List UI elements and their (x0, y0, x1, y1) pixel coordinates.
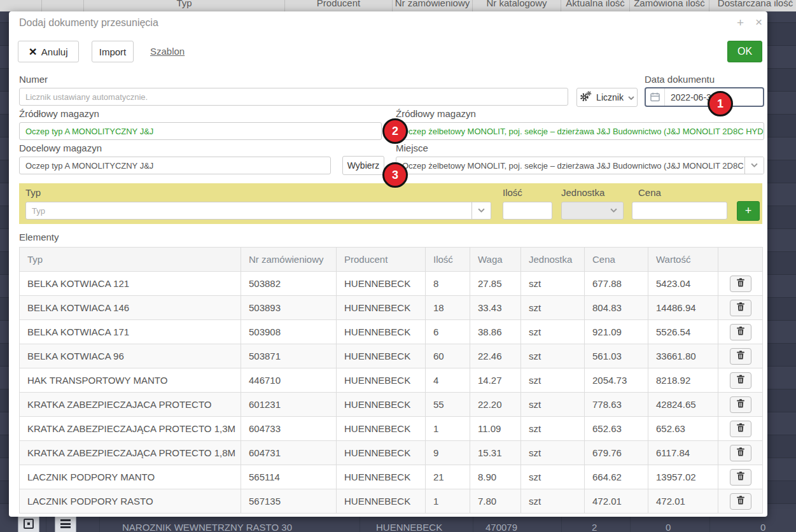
expand-icon[interactable]: + (737, 17, 744, 29)
cell-nr-zamowieniowy: 503908 (241, 320, 337, 344)
delete-row-button[interactable] (730, 469, 751, 486)
cell-jednostka: szt (521, 417, 585, 441)
licznik-button[interactable]: Licznik (576, 88, 638, 107)
delete-row-button[interactable] (730, 276, 751, 292)
col-typ: Typ (20, 248, 241, 272)
delete-row-button[interactable] (730, 493, 751, 510)
annotation-badge-1: 1 (708, 91, 733, 116)
bg-col-typ: Typ (84, 0, 285, 11)
cell-ilosc: 1 (426, 489, 470, 514)
cell-ilosc: 9 (426, 441, 470, 465)
cell-jednostka: szt (521, 465, 585, 489)
cell-nr-zamowieniowy: 565114 (241, 465, 337, 489)
trash-icon (737, 326, 744, 337)
cell-cena: 677.88 (585, 272, 648, 296)
cell-nr-zamowieniowy: 503893 (241, 296, 337, 320)
cell-producent: HUENNEBECK (337, 296, 426, 320)
bg-col-nr-zamowieniowy: Nr zamówieniowy (393, 0, 473, 11)
delete-row-button[interactable] (730, 396, 751, 413)
typ-label: Typ (25, 187, 41, 198)
cell-jednostka: szt (521, 489, 585, 514)
place-select[interactable]: Oczep żelbetowy MONOLIT, poj. sekcje – d… (396, 157, 764, 174)
cell-jednostka: szt (521, 368, 585, 393)
cell-typ: HAK TRANSPORTOWY MANTO (20, 368, 241, 393)
cell-ilosc: 8 (426, 272, 470, 296)
cell-typ: BELKA KOTWIACA 121 (20, 272, 241, 296)
add-element-button[interactable]: + (737, 201, 760, 221)
cell-wartosc: 652.63 (648, 417, 718, 441)
cell-producent: HUENNEBECK (337, 320, 426, 344)
numer-label: Numer (19, 74, 48, 85)
cell-waga: 33.43 (470, 296, 521, 320)
trash-icon (737, 278, 744, 289)
table-row: KRATKA ZABEZPIECZAJĄCA PROTECTO 1,3M 604… (20, 417, 763, 441)
cell-waga: 11.09 (470, 417, 521, 441)
delete-row-button[interactable] (730, 324, 751, 340)
cell-jednostka: szt (521, 344, 585, 368)
table-row: BELKA KOTWIACA 146 503893 HUENNEBECK 18 … (20, 296, 763, 320)
close-icon[interactable]: × (755, 16, 762, 28)
bg-col-empty1 (0, 0, 42, 11)
template-link[interactable]: Szablon (150, 46, 185, 57)
cell-jednostka: szt (521, 296, 585, 320)
cell-jednostka: szt (521, 441, 585, 465)
ilosc-input[interactable] (503, 202, 552, 220)
screen: Typ Producent Nr zamówieniowy Nr katalog… (0, 0, 796, 532)
source-warehouse-input[interactable]: Oczep typ A MONOLITYCZNY J&J (19, 122, 382, 140)
trash-icon (737, 423, 744, 434)
cell-cena: 921.09 (585, 320, 648, 344)
typ-combobox[interactable]: Typ (25, 202, 491, 220)
delete-row-button[interactable] (730, 372, 751, 389)
cell-wartosc: 14486.94 (648, 296, 718, 320)
elements-title: Elementy (19, 232, 59, 242)
delete-row-button[interactable] (730, 348, 751, 365)
col-producent: Producent (337, 248, 426, 272)
source-warehouse-label: Źródłowy magazyn (19, 108, 99, 119)
col-jednostka: Jednostka (521, 248, 585, 272)
cell-ilosc: 60 (426, 344, 470, 368)
col-nr-zamowieniowy: Nr zamówieniowy (241, 248, 337, 272)
ok-button[interactable]: OK (727, 41, 762, 62)
target-warehouse-input[interactable]: Oczep typ A MONOLITYCZNY J&J (19, 157, 331, 174)
delete-row-button[interactable] (730, 445, 751, 461)
cell-typ: KRATKA ZABEZPIECZAJĄCA PROTECTO 1,8M (20, 441, 241, 465)
annotation-badge-2: 2 (382, 118, 408, 144)
cena-input[interactable] (632, 202, 727, 220)
cell-producent: HUENNEBECK (337, 272, 426, 296)
cancel-button[interactable]: × Anuluj (18, 41, 79, 62)
cell-typ: BELKA KOTWIACA 146 (20, 296, 241, 320)
bg-col-empty2 (42, 0, 84, 11)
import-button[interactable]: Import (92, 41, 134, 62)
cell-nr-zamowieniowy: 567135 (241, 489, 337, 514)
add-element-panel: Typ Ilość Jednostka Cena Typ + (19, 183, 762, 224)
col-ilosc: Ilość (426, 248, 470, 272)
cell-waga: 22.46 (470, 344, 521, 368)
choose-button[interactable]: Wybierz (342, 156, 384, 175)
cell-cena: 472.01 (585, 489, 648, 514)
numer-input[interactable] (19, 88, 568, 106)
jednostka-select[interactable] (561, 202, 624, 220)
document-date-input[interactable]: 2022-06-30 (645, 87, 764, 107)
delete-row-button[interactable] (730, 300, 751, 316)
cell-nr-zamowieniowy: 503871 (241, 344, 337, 368)
table-row: BELKA KOTWIACA 121 503882 HUENNEBECK 8 2… (20, 272, 763, 296)
trash-icon (737, 496, 744, 507)
gears-icon (580, 91, 592, 104)
dialog-title: Dodaj dokumenty przesunięcia (19, 17, 158, 29)
cell-typ: LACZNIK PODPORY MANTO (20, 465, 241, 489)
trash-icon (737, 399, 744, 410)
cell-wartosc: 472.01 (648, 489, 718, 514)
cell-cena: 664.62 (585, 465, 648, 489)
cell-wartosc: 8218.92 (648, 368, 718, 393)
table-row: LACZNIK PODPORY MANTO 565114 HUENNEBECK … (20, 465, 763, 489)
cell-waga: 7.80 (470, 489, 521, 514)
cell-ilosc: 21 (426, 465, 470, 489)
table-row: BELKA KOTWIACA 171 503908 HUENNEBECK 6 3… (20, 320, 763, 344)
cell-nr-zamowieniowy: 604731 (241, 441, 337, 465)
delete-row-button[interactable] (730, 421, 751, 437)
cell-waga: 8.90 (470, 465, 521, 489)
trash-icon (737, 472, 744, 482)
cell-typ: KRATKA ZABEZPIECZAJĄCA PROTECTO 1,3M (20, 417, 241, 441)
bg-col-aktualna-ilosc: Aktualna ilość (561, 0, 630, 11)
source-warehouse2-input[interactable]: Oczep żelbetowy MONOLIT, poj. sekcje – d… (396, 122, 764, 140)
